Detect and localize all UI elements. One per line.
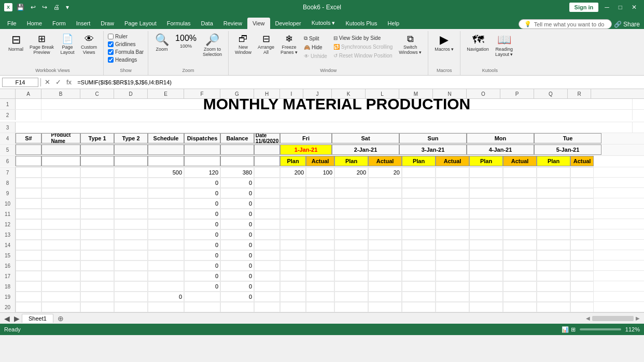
insert-function-button[interactable]: fx <box>65 78 73 86</box>
cell-C11[interactable] <box>80 209 114 219</box>
cell-R6-actual[interactable]: Actual <box>570 156 594 166</box>
cell-H16[interactable] <box>254 260 280 271</box>
tab-help[interactable]: Help <box>383 18 405 29</box>
cell-O9[interactable] <box>469 188 503 198</box>
cell-F9[interactable]: 0 <box>184 188 220 198</box>
cell-L11[interactable] <box>368 209 402 219</box>
cell-I17[interactable] <box>280 271 306 281</box>
100pct-button[interactable]: 100% 100% <box>173 33 199 50</box>
cell-D5[interactable] <box>114 144 148 155</box>
tab-review[interactable]: Review <box>218 18 247 29</box>
cell-F10[interactable]: 0 <box>184 198 220 209</box>
cell-A1[interactable] <box>16 99 41 109</box>
cell-A17[interactable] <box>16 271 41 281</box>
scroll-thumb[interactable] <box>592 316 634 321</box>
cell-A4[interactable]: S# <box>16 133 41 143</box>
cell-E17[interactable] <box>148 271 184 281</box>
cell-F19[interactable] <box>184 292 220 302</box>
col-header-E[interactable]: E <box>148 89 184 98</box>
formula-bar-checkbox[interactable]: Formula Bar <box>108 49 144 55</box>
cell-G15[interactable]: 0 <box>220 250 254 260</box>
new-window-button[interactable]: 🗗 NewWindow <box>233 33 254 56</box>
col-header-G[interactable]: G <box>220 89 254 98</box>
cell-G9[interactable]: 0 <box>220 188 254 198</box>
cell-F17[interactable]: 0 <box>184 271 220 281</box>
cell-A5[interactable] <box>16 144 41 155</box>
cell-F4[interactable]: Dispatches <box>184 133 220 143</box>
row-num-1[interactable]: 1 <box>0 99 16 109</box>
gridlines-checkbox[interactable]: Gridlines <box>108 41 135 48</box>
cell-E8[interactable] <box>148 178 184 188</box>
cell-G17[interactable]: 0 <box>220 271 254 281</box>
cell-Q10[interactable] <box>537 198 570 209</box>
tab-file[interactable]: File <box>2 18 22 29</box>
cell-M5-date[interactable]: 3-Jan-21 <box>399 144 467 155</box>
cell-N18[interactable] <box>436 281 469 292</box>
cell-H6[interactable] <box>254 156 280 166</box>
cell-C16[interactable] <box>80 260 114 271</box>
cell-E13[interactable] <box>148 229 184 240</box>
cell-K10[interactable] <box>334 198 368 209</box>
cell-N19[interactable] <box>436 292 469 302</box>
cell-N17[interactable] <box>436 271 469 281</box>
hide-button[interactable]: 🙈 Hide <box>302 44 329 51</box>
cell-J20[interactable] <box>306 302 334 312</box>
cell-I11[interactable] <box>280 209 306 219</box>
gridlines-check[interactable] <box>108 41 114 47</box>
cell-L16[interactable] <box>368 260 402 271</box>
sheet-tab-sheet1[interactable]: Sheet1 <box>22 314 53 323</box>
cell-E14[interactable] <box>148 240 184 250</box>
cell-Q5-date[interactable]: 5-Jan-21 <box>534 144 601 155</box>
cell-C8[interactable] <box>80 178 114 188</box>
row-num-19[interactable]: 19 <box>0 292 16 302</box>
zoom-slider[interactable] <box>580 328 621 330</box>
cell-L17[interactable] <box>368 271 402 281</box>
row-num-6[interactable]: 6 <box>0 156 16 166</box>
cell-K15[interactable] <box>334 250 368 260</box>
cell-N10[interactable] <box>436 198 469 209</box>
cell-J11[interactable] <box>306 209 334 219</box>
ruler-check[interactable] <box>108 34 114 39</box>
cell-F11[interactable]: 0 <box>184 209 220 219</box>
cell-C20[interactable] <box>80 302 114 312</box>
cell-I19[interactable] <box>280 292 306 302</box>
cell-H13[interactable] <box>254 229 280 240</box>
cell-M17[interactable] <box>402 271 436 281</box>
cell-N16[interactable] <box>436 260 469 271</box>
scroll-tab-right[interactable]: ▶ <box>12 313 22 324</box>
col-header-K[interactable]: K <box>332 89 366 98</box>
tab-developer[interactable]: Developer <box>270 18 306 29</box>
save-button[interactable]: 💾 <box>15 3 26 12</box>
cell-P17[interactable] <box>503 271 537 281</box>
reset-window-button[interactable]: ↺ Reset Window Position <box>331 52 395 60</box>
cell-I8[interactable] <box>280 178 306 188</box>
cell-H15[interactable] <box>254 250 280 260</box>
cell-H4[interactable]: Date11/6/2020 <box>254 133 280 143</box>
cell-G6[interactable] <box>220 156 254 166</box>
cell-F16[interactable]: 0 <box>184 260 220 271</box>
cell-J9[interactable] <box>306 188 334 198</box>
custom-views-button[interactable]: 👁 CustomViews <box>79 33 99 56</box>
cell-A10[interactable] <box>16 198 41 209</box>
cell-M7[interactable] <box>402 167 436 178</box>
col-header-C[interactable]: C <box>80 89 114 98</box>
cell-D9[interactable] <box>114 188 148 198</box>
cell-Q16[interactable] <box>537 260 570 271</box>
tab-kutools[interactable]: Kutools ▾ <box>306 17 341 29</box>
cell-F20[interactable] <box>184 302 220 312</box>
cell-I20[interactable] <box>280 302 306 312</box>
cell-B7[interactable] <box>41 167 80 178</box>
cell-M14[interactable] <box>402 240 436 250</box>
cell-M15[interactable] <box>402 250 436 260</box>
row-num-3[interactable]: 3 <box>0 122 16 133</box>
cell-H14[interactable] <box>254 240 280 250</box>
cell-C5[interactable] <box>80 144 114 155</box>
ruler-checkbox[interactable]: Ruler <box>108 33 128 40</box>
cell-E15[interactable] <box>148 250 184 260</box>
cell-R9[interactable] <box>570 188 594 198</box>
cell-Q15[interactable] <box>537 250 570 260</box>
scroll-left-btn[interactable]: ◀ <box>584 314 592 322</box>
page-layout-button[interactable]: 📄 PageLayout <box>58 33 77 56</box>
cell-I13[interactable] <box>280 229 306 240</box>
cell-J10[interactable] <box>306 198 334 209</box>
